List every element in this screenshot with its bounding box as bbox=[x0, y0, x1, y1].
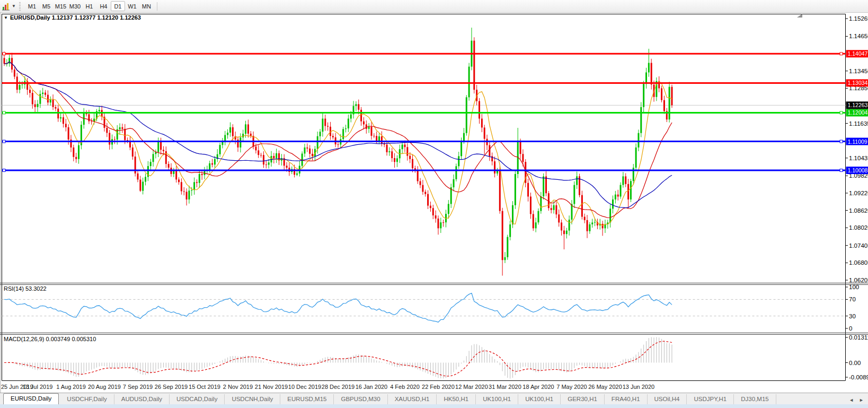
svg-text:1.14047: 1.14047 bbox=[848, 50, 868, 57]
timeframe-buttons: M1M5M15M30H1H4D1W1MN bbox=[25, 1, 154, 11]
price-tag-1.11009: 1.11009 bbox=[846, 138, 868, 145]
chart-tabs: EURUSD,DailyUSDCHF,DailyAUDUSD,DailyUSDC… bbox=[0, 393, 845, 405]
tab-USDCNH-Daily[interactable]: USDCNH,Daily bbox=[225, 394, 280, 405]
svg-text:7 Sep 2019: 7 Sep 2019 bbox=[123, 384, 153, 390]
svg-text:1.11635: 1.11635 bbox=[849, 120, 868, 127]
toolbar-separator bbox=[157, 2, 157, 11]
svg-text:0.00: 0.00 bbox=[849, 360, 861, 366]
status-bar bbox=[0, 404, 868, 408]
svg-text:1.14650: 1.14650 bbox=[849, 33, 868, 39]
tab-USOil-H4[interactable]: USOil,H4 bbox=[648, 394, 687, 405]
svg-text:26 May 2020: 26 May 2020 bbox=[588, 384, 622, 390]
price-tag-1.10008: 1.10008 bbox=[846, 167, 868, 174]
svg-text:31 Mar 2020: 31 Mar 2020 bbox=[489, 384, 521, 390]
tab-EURUSD-M15[interactable]: EURUSD,M15 bbox=[280, 394, 334, 405]
svg-text:1 Aug 2019: 1 Aug 2019 bbox=[56, 384, 86, 390]
chart-collapse-icon[interactable]: ▼ bbox=[4, 15, 8, 20]
tab-UK100-H1[interactable]: UK100,H1 bbox=[518, 394, 561, 405]
svg-text:-0.0089331: -0.0089331 bbox=[849, 374, 868, 380]
timeframe-button-M5[interactable]: M5 bbox=[39, 1, 54, 11]
tab-GER30-H1[interactable]: GER30,H1 bbox=[561, 394, 605, 405]
tab-XAUUSD-H1[interactable]: XAUUSD,H1 bbox=[388, 394, 437, 405]
tab-AUDUSD-Daily[interactable]: AUDUSD,Daily bbox=[114, 394, 170, 405]
tab-DJ30-M15[interactable]: DJ30,M15 bbox=[734, 394, 776, 405]
tab-scroll-left-icon[interactable]: ◄ bbox=[849, 397, 854, 403]
timeframe-button-H1[interactable]: H1 bbox=[82, 1, 96, 11]
svg-text:21 Nov 2019: 21 Nov 2019 bbox=[255, 384, 288, 390]
svg-text:70: 70 bbox=[849, 296, 856, 302]
indicator-icon[interactable] bbox=[2, 2, 10, 11]
svg-text:1.12004: 1.12004 bbox=[848, 109, 868, 116]
macd-indicator-label: MACD(12,26,9) 0.003749 0.005310 bbox=[4, 336, 96, 342]
timeframe-button-D1[interactable]: D1 bbox=[111, 1, 125, 11]
svg-text:1.09220: 1.09220 bbox=[849, 190, 868, 196]
trading-platform-window: ▼ M1M5M15M30H1H4D1W1MN 1.152651.146501.1… bbox=[0, 0, 868, 408]
chart-title: ▼EURUSD,Daily 1.12137 1.12377 1.12120 1.… bbox=[4, 14, 141, 21]
svg-text:13 Jun 2020: 13 Jun 2020 bbox=[623, 384, 655, 390]
price-tag-1.12004: 1.12004 bbox=[846, 109, 868, 116]
timeframe-button-M1[interactable]: M1 bbox=[25, 1, 39, 11]
svg-text:1.08620: 1.08620 bbox=[849, 207, 868, 214]
price-tag-1.14047: 1.14047 bbox=[846, 50, 868, 57]
tab-HK50-H1[interactable]: HK50,H1 bbox=[437, 394, 476, 405]
svg-text:100: 100 bbox=[849, 284, 859, 290]
svg-text:7 May 2020: 7 May 2020 bbox=[556, 384, 587, 390]
svg-text:15 Oct 2019: 15 Oct 2019 bbox=[189, 384, 220, 390]
svg-text:18 Apr 2020: 18 Apr 2020 bbox=[522, 384, 554, 390]
tab-USDCHF-Daily[interactable]: USDCHF,Daily bbox=[60, 394, 114, 405]
svg-text:1.12263: 1.12263 bbox=[848, 102, 868, 108]
svg-text:1.13034: 1.13034 bbox=[848, 80, 868, 86]
price-tag-1.13034: 1.13034 bbox=[846, 79, 868, 86]
svg-text:10 Dec 2019: 10 Dec 2019 bbox=[288, 384, 321, 390]
tab-USDJPY-H1[interactable]: USDJPY,H1 bbox=[687, 394, 734, 405]
svg-text:1.15265: 1.15265 bbox=[849, 15, 868, 22]
timeframe-button-M30[interactable]: M30 bbox=[68, 1, 82, 11]
svg-text:1.10008: 1.10008 bbox=[848, 167, 868, 173]
indicator-dropdown-icon[interactable]: ▼ bbox=[12, 4, 16, 8]
chart-tab-bar: EURUSD,DailyUSDCHF,DailyAUDUSD,DailyUSDC… bbox=[0, 393, 868, 405]
svg-text:16 Jan 2020: 16 Jan 2020 bbox=[356, 384, 388, 390]
svg-text:1.10435: 1.10435 bbox=[849, 155, 868, 161]
toolbar-gripper[interactable] bbox=[19, 2, 21, 11]
timeframe-button-MN[interactable]: MN bbox=[139, 1, 154, 11]
svg-text:4 Feb 2020: 4 Feb 2020 bbox=[390, 384, 420, 390]
tab-UK100-H1[interactable]: UK100,H1 bbox=[476, 394, 518, 405]
rsi-indicator-label: RSI(14) 53.3022 bbox=[4, 285, 47, 292]
timeframe-button-W1[interactable]: W1 bbox=[125, 1, 139, 11]
chart-canvas[interactable]: 1.152651.146501.134501.128501.116351.104… bbox=[0, 0, 868, 393]
tab-USDCAD-Daily[interactable]: USDCAD,Daily bbox=[170, 394, 225, 405]
svg-text:20 Aug 2019: 20 Aug 2019 bbox=[88, 384, 121, 390]
tab-GBPUSD-M30[interactable]: GBPUSD,M30 bbox=[334, 394, 387, 405]
timeframe-button-M15[interactable]: M15 bbox=[54, 1, 68, 11]
svg-text:1.13450: 1.13450 bbox=[849, 68, 868, 74]
svg-text:2 Nov 2019: 2 Nov 2019 bbox=[223, 384, 253, 390]
svg-text:30: 30 bbox=[849, 313, 856, 319]
svg-text:26 Sep 2019: 26 Sep 2019 bbox=[155, 384, 188, 390]
tab-EURUSD-Daily[interactable]: EURUSD,Daily bbox=[3, 393, 59, 405]
tab-scroll-right-icon[interactable]: ► bbox=[859, 397, 864, 403]
tab-scroll-arrows: ◄ ► bbox=[849, 397, 864, 403]
svg-text:1.07405: 1.07405 bbox=[849, 242, 868, 249]
svg-text:0.0131121: 0.0131121 bbox=[849, 334, 868, 341]
svg-text:12 Mar 2020: 12 Mar 2020 bbox=[455, 384, 488, 390]
chart-title-text: EURUSD,Daily 1.12137 1.12377 1.12120 1.1… bbox=[10, 14, 141, 21]
tab-FRA40-H1[interactable]: FRA40,H1 bbox=[605, 394, 648, 405]
current-price-tag: 1.12263 bbox=[846, 101, 868, 109]
toolbar: ▼ M1M5M15M30H1H4D1W1MN bbox=[0, 0, 868, 13]
svg-text:22 Feb 2020: 22 Feb 2020 bbox=[422, 384, 455, 390]
svg-text:0: 0 bbox=[849, 325, 852, 332]
date-axis: 25 Jun 201913 Jul 20191 Aug 201920 Aug 2… bbox=[1, 384, 654, 390]
svg-text:1.08020: 1.08020 bbox=[849, 224, 868, 231]
timeframe-button-H4[interactable]: H4 bbox=[96, 1, 111, 11]
svg-text:1.11009: 1.11009 bbox=[848, 138, 867, 145]
svg-text:13 Jul 2019: 13 Jul 2019 bbox=[23, 384, 53, 390]
svg-text:28 Dec 2019: 28 Dec 2019 bbox=[322, 384, 355, 390]
svg-text:1.06805: 1.06805 bbox=[849, 259, 868, 266]
svg-text:1.06205: 1.06205 bbox=[849, 277, 868, 283]
